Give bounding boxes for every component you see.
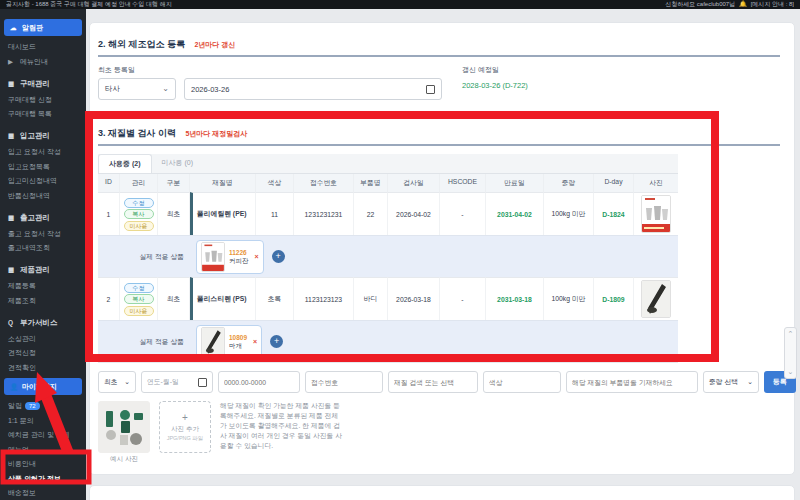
registration-date-value: 2026-03-26 (191, 85, 229, 94)
edit-button[interactable]: 수정 (124, 198, 154, 208)
hscode-input[interactable] (218, 371, 300, 393)
sidebar-item-purchase-request[interactable]: 구매대행 신청 (0, 93, 86, 106)
tab-unused[interactable]: 미사용 (0) (152, 154, 204, 173)
inspection-tabs: 사용중 (2) 미사용 (0) (98, 154, 678, 174)
notice-ticker[interactable]: 공지사항 - 1688 중국 구매 대행 결제 예정 안내 수입 대행 해지 (6, 0, 172, 8)
sidebar-item-label: 알림판 (22, 24, 43, 31)
sidebar-item-notifications[interactable]: 알림72 (0, 399, 86, 413)
add-product-button[interactable]: + (270, 335, 283, 348)
copy-button[interactable]: 복사 (124, 209, 154, 219)
color-input[interactable] (483, 371, 561, 393)
sidebar-section-product[interactable]: ▦제품관리 (0, 263, 86, 276)
sidebar-section-purchase[interactable]: ▦구매관리 (0, 77, 86, 90)
sidebar-item-outbound-request[interactable]: 출고 요청서 작성 (0, 227, 86, 240)
sidebar-item-inbound-request[interactable]: 입고 요청서 작성 (0, 145, 86, 158)
sidebar-item-outbound-history[interactable]: 출고내역조회 (0, 241, 86, 254)
sidebar-item-label: 비용안내 (8, 460, 36, 467)
app-window: 공지사항 - 1688 중국 구매 대행 결제 예정 안내 수입 대행 해지 신… (0, 0, 800, 500)
sidebar-item-menu-guide[interactable]: ▶메뉴안내 (0, 55, 86, 68)
registration-date-input[interactable]: 2026-03-26 (184, 78, 442, 100)
sidebar-item-label: 구매대행 목록 (8, 110, 52, 117)
chevron-down-icon: ⌄ (162, 86, 169, 92)
sidebar-item-dashboard[interactable]: 대시보드 (0, 40, 86, 53)
sidebar-item-return-request[interactable]: 반품신청내역 (0, 189, 86, 202)
applied-product-chip[interactable]: 10809 마개 × (196, 325, 262, 359)
registration-type-select[interactable]: 타사 ⌄ (98, 78, 176, 100)
chevron-down-icon: ⌄ (747, 378, 753, 386)
message-count[interactable]: [메시지 안내 : 8] (751, 0, 794, 8)
col-header-photo: 사진 (634, 174, 678, 192)
chip-product-code: 10809 (229, 334, 247, 342)
sidebar-item-label: 메뉴안내 (20, 58, 48, 65)
tab-in-use[interactable]: 사용중 (2) (98, 154, 152, 173)
section2-title: 2. 해외 제조업소 등록 (98, 39, 185, 49)
sidebar-item-label: 제품등록 (8, 282, 36, 289)
sidebar-item-purchase-list[interactable]: 구매대행 목록 (0, 107, 86, 120)
upload-label: 사진 추가 (171, 425, 199, 434)
sidebar-item-deposit[interactable]: 예치금 관리 및 결제 (0, 428, 86, 441)
col-header-expiry: 만료일 (486, 174, 544, 192)
cell-type: 최초 (158, 277, 190, 320)
registration-type-value: 타사 (105, 84, 120, 94)
col-header-dday: D-day (594, 174, 634, 192)
col-header-color: 색상 (256, 174, 294, 192)
sidebar-item-shipping-info[interactable]: 배송정보 (0, 486, 86, 499)
scroll-widget[interactable]: ⌃ ⌄ (784, 327, 797, 379)
user-menu[interactable]: 신청하세요 cafeclub007님 (665, 0, 735, 8)
weight-select[interactable]: 중량 선택 ⌄ (703, 371, 759, 393)
material-search-input[interactable] (388, 371, 478, 393)
cell-test-date: 2026-04-02 (388, 192, 440, 235)
edit-button[interactable]: 수정 (124, 283, 154, 293)
sidebar-item-product-search[interactable]: 제품조회 (0, 294, 86, 307)
sidebar-item-sourcing[interactable]: 소싱관리 (0, 332, 86, 345)
photo-upload-box[interactable]: + 사진 추가 JPG/PNG 파일 (159, 401, 211, 453)
sidebar-section-outbound[interactable]: ▦출고관리 (0, 211, 86, 224)
sidebar-item-mypage[interactable]: 👤마이페이지 (4, 378, 82, 395)
sidebar-item-inbound-unrequested[interactable]: 입고미신청내역 (0, 174, 86, 187)
bell-icon[interactable]: 🔔 (739, 0, 747, 8)
close-icon[interactable]: × (253, 338, 257, 345)
file-management-card: 4. 파일 관리 최대 5개 첨부 (89, 485, 795, 500)
cell-part: 22 (354, 192, 388, 235)
sidebar-item-quote-confirm[interactable]: 견적확인 (0, 361, 86, 374)
sidebar-item-manual[interactable]: 메뉴얼 (0, 443, 86, 456)
chevron-down-icon[interactable]: ⌄ (788, 368, 794, 376)
sidebar-item-label: 구매대행 신청 (8, 96, 52, 103)
renewal-label: 갱신 예정일 (462, 65, 528, 75)
person-icon: 👤 (10, 382, 19, 391)
product-photo-tool[interactable] (641, 280, 671, 318)
chevron-up-icon[interactable]: ⌃ (788, 330, 794, 338)
cloud-icon: ☁ (10, 23, 19, 32)
cell-dday: D-1809 (594, 277, 634, 320)
tool-photo-graphic (202, 328, 224, 356)
sidebar-item-dashboard-home[interactable]: ☁알림판 (4, 19, 82, 36)
sidebar-section-extra-services[interactable]: Q부가서비스 (0, 316, 86, 329)
applied-product-chip[interactable]: 11226 커피잔 × (196, 240, 264, 274)
close-icon[interactable]: × (255, 253, 259, 260)
product-photo-cups[interactable] (641, 195, 671, 233)
sidebar-item-product-register[interactable]: 제품등록 (0, 279, 86, 292)
sidebar-section-inbound[interactable]: ▦입고관리 (0, 129, 86, 142)
sidebar-item-product-license-info[interactable]: 상품 인허가 정보 (0, 472, 86, 485)
plus-icon: + (182, 413, 188, 423)
chevron-down-icon: ⌄ (124, 378, 130, 386)
sidebar-item-inbound-list[interactable]: 입고요청목록 (0, 160, 86, 173)
applied-products-label: 실제 적용 상품 (98, 320, 190, 362)
type-select[interactable]: 최초 ⌄ (98, 371, 136, 393)
copy-button[interactable]: 복사 (124, 294, 154, 304)
sidebar-item-inquiry[interactable]: 1:1 문의 (0, 414, 86, 427)
search-icon: Q (8, 318, 17, 327)
unuse-button[interactable]: 미사용 (124, 221, 154, 231)
unuse-button[interactable]: 미사용 (124, 306, 154, 316)
test-date-input[interactable]: 연도-월-일 (141, 371, 213, 393)
receipt-no-input[interactable] (305, 371, 383, 393)
add-product-button[interactable]: + (272, 250, 285, 263)
sidebar-item-label: 견적확인 (8, 364, 36, 371)
sidebar-item-label: 출고 요청서 작성 (8, 230, 61, 237)
part-name-input[interactable] (566, 371, 698, 393)
sidebar-item-quote-request[interactable]: 견적신청 (0, 346, 86, 359)
main-content: 2. 해외 제조업소 등록 2년마다 갱신 최초 등록일 타사 ⌄ 2026-0… (86, 9, 800, 500)
photo-help-text: 해당 재질이 확인 가능한 제품 사진을 등록해주세요. 재질별로 분류된 제품… (220, 401, 342, 451)
col-header-part: 부품명 (354, 174, 388, 192)
sidebar-item-pricing[interactable]: 비용안내 (0, 457, 86, 470)
